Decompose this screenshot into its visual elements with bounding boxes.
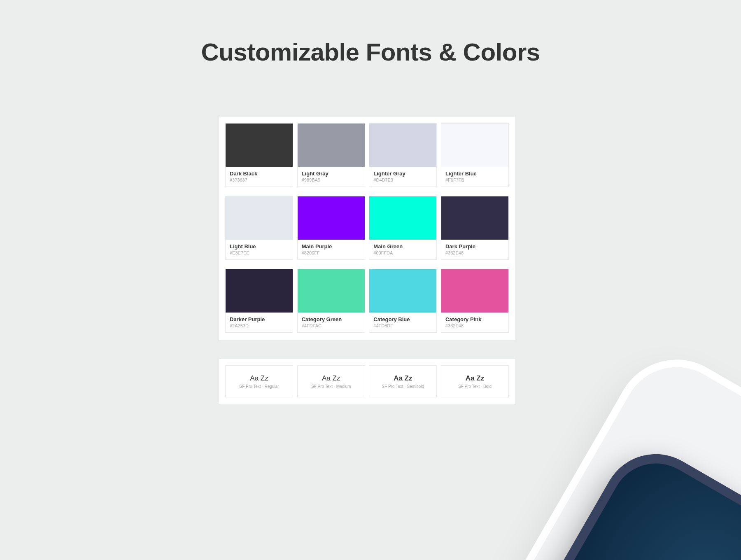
color-hex: #2A253D — [226, 323, 293, 332]
color-name: Light Blue — [226, 240, 293, 250]
color-fill — [441, 196, 508, 240]
color-swatch[interactable]: Category Pink #332E48 — [441, 269, 509, 333]
color-name: Dark Purple — [441, 240, 508, 250]
color-name: Darker Purple — [226, 313, 293, 323]
color-hex: #332E48 — [441, 250, 508, 259]
font-sample-label: SF Pro Text - Bold — [458, 384, 492, 389]
page-title: Customizable Fonts & Colors — [0, 38, 741, 66]
font-sample-semibold[interactable]: Aa Zz SF Pro Text - Semibold — [369, 365, 437, 397]
color-swatch[interactable]: Main Purple #8200FF — [297, 196, 365, 260]
color-swatch[interactable]: Lighter Gray #D4D7E3 — [369, 123, 437, 187]
color-name: Category Blue — [369, 313, 436, 323]
color-fill — [441, 269, 508, 313]
color-hex: #4FDFAC — [298, 323, 365, 332]
color-hex: #D4D7E3 — [369, 177, 436, 187]
color-fill — [226, 196, 293, 240]
swatch-row: Light Blue #E3E7EE Main Purple #8200FF M… — [225, 196, 509, 265]
color-hex: #E3E7EE — [226, 250, 293, 259]
color-name: Dark Black — [226, 167, 293, 177]
font-sample-label: SF Pro Text - Semibold — [382, 384, 424, 389]
font-sample-text: Aa Zz — [394, 374, 412, 383]
color-swatch[interactable]: Lighter Blue #F6F7FB — [441, 123, 509, 187]
color-name: Light Gray — [298, 167, 365, 177]
font-sample-text: Aa Zz — [322, 374, 340, 383]
color-swatch[interactable]: Category Blue #4FD8DF — [369, 269, 437, 333]
color-swatch[interactable]: Darker Purple #2A253D — [225, 269, 293, 333]
color-name: Main Green — [369, 240, 436, 250]
color-hex: #F6F7FB — [441, 177, 508, 187]
color-name: Main Purple — [298, 240, 365, 250]
color-hex: #8200FF — [298, 250, 365, 259]
font-sample-bold[interactable]: Aa Zz SF Pro Text - Bold — [441, 365, 509, 397]
color-name: Lighter Blue — [441, 167, 508, 177]
color-hex: #989BA5 — [298, 177, 365, 187]
color-swatch[interactable]: Category Green #4FDFAC — [297, 269, 365, 333]
color-name: Category Pink — [441, 313, 508, 323]
color-hex: #332E48 — [441, 323, 508, 332]
color-name: Lighter Gray — [369, 167, 436, 177]
color-swatch[interactable]: Main Green #00FFDA — [369, 196, 437, 260]
color-hex: #4FD8DF — [369, 323, 436, 332]
color-fill — [369, 196, 436, 240]
swatch-row: Dark Black #373837 Light Gray #989BA5 Li… — [225, 123, 509, 192]
color-swatch[interactable]: Dark Purple #332E48 — [441, 196, 509, 260]
color-hex: #373837 — [226, 177, 293, 187]
font-sample-label: SF Pro Text - Medium — [311, 384, 351, 389]
fonts-panel: Aa Zz SF Pro Text - Regular Aa Zz SF Pro… — [218, 358, 516, 404]
color-fill — [369, 124, 436, 167]
color-hex: #00FFDA — [369, 250, 436, 259]
color-name: Category Green — [298, 313, 365, 323]
color-fill — [441, 124, 508, 167]
color-fill — [226, 124, 293, 167]
font-sample-medium[interactable]: Aa Zz SF Pro Text - Medium — [297, 365, 365, 397]
color-fill — [298, 269, 365, 313]
font-sample-text: Aa Zz — [466, 374, 484, 383]
color-swatch[interactable]: Light Blue #E3E7EE — [225, 196, 293, 260]
font-sample-regular[interactable]: Aa Zz SF Pro Text - Regular — [225, 365, 293, 397]
color-fill — [298, 196, 365, 240]
color-swatch[interactable]: Light Gray #989BA5 — [297, 123, 365, 187]
colors-panel: Dark Black #373837 Light Gray #989BA5 Li… — [218, 116, 516, 341]
color-fill — [298, 124, 365, 167]
font-sample-text: Aa Zz — [250, 374, 268, 383]
color-fill — [369, 269, 436, 313]
color-fill — [226, 269, 293, 313]
font-sample-label: SF Pro Text - Regular — [240, 384, 279, 389]
swatch-row: Darker Purple #2A253D Category Green #4F… — [225, 269, 509, 338]
color-swatch[interactable]: Dark Black #373837 — [225, 123, 293, 187]
